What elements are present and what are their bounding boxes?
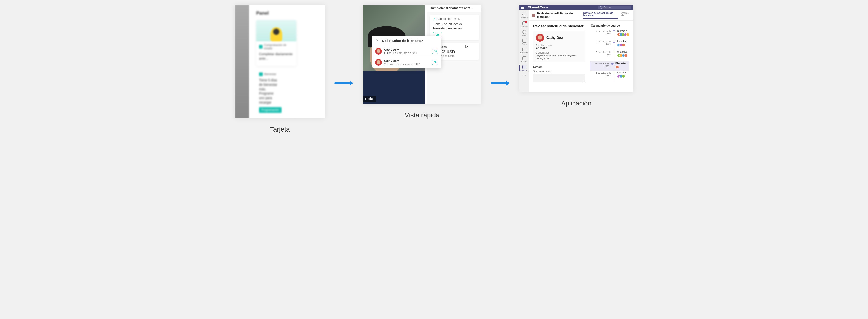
flow-arrow-icon	[334, 82, 353, 84]
rail-item-archivos[interactable]: Archivos	[519, 55, 529, 64]
photo-tag: nota	[363, 96, 376, 102]
search-input[interactable]: Buscar	[598, 6, 631, 9]
timeline-dot-icon	[613, 51, 615, 53]
request-card: Cathy Dew Solicitado para 4/10/2021 Come…	[533, 31, 585, 62]
view-icon-button[interactable]	[432, 49, 438, 54]
dashboard-title: Panel	[235, 5, 325, 16]
waffle-icon[interactable]	[521, 6, 525, 9]
avatar	[375, 48, 382, 55]
panel-vista-rapida: nota Completar diariamente ante... Solic…	[363, 5, 482, 104]
rail-label: Chat	[523, 34, 526, 36]
calendar-column: Calendario de equipo 1 de octubre de 202…	[591, 24, 629, 89]
field-value: Déjeme tomarme un día libre para recarga…	[536, 54, 583, 60]
section-label: Revisar	[533, 65, 585, 68]
tab-revision[interactable]: Revisión de solicitudes de bienestar	[583, 11, 618, 19]
rail-item-teams[interactable]: Teams	[519, 38, 529, 46]
timeline-event[interactable]: 1 de octubre de 2021 Nuevos p	[591, 30, 629, 40]
teams-icon	[523, 39, 526, 43]
timeline-dot-icon	[613, 40, 615, 43]
field-label: Sus comentarios	[533, 70, 585, 73]
card-body: Tiene 2 solicitudes de bienestar pendien…	[433, 22, 476, 30]
notification-badge	[525, 21, 527, 23]
rail-label: Calendario	[520, 52, 528, 54]
timeline-event[interactable]: 2 de octubre de 2021 Latín Am	[591, 40, 629, 51]
card-wellness[interactable]: Bienestar Tiene 5 días de bienestar más.…	[256, 69, 282, 116]
timeline-dot-icon	[613, 72, 615, 74]
event-date: 2 de octubre de 2021	[591, 40, 611, 45]
tab-acerca-de[interactable]: Acerca de	[621, 11, 630, 19]
app-title: Revisión de solicitudes de bienestar	[537, 12, 579, 19]
panel-aplicacion: Microsoft Teams Buscar Refecloud Activid…	[519, 5, 633, 92]
timeline-event[interactable]: 3 de octubre de 2021 Una nube	[591, 51, 629, 61]
files-icon	[523, 56, 526, 60]
avatar	[375, 59, 382, 66]
timeline-event[interactable]: 7 de octubre de 2021 Servidor	[591, 71, 629, 82]
rail-label: Actividad	[521, 26, 527, 27]
app-icon	[523, 65, 526, 69]
teams-app-rail: Refecloud Actividad Chat Teams Calendari…	[519, 10, 529, 92]
timeline-event-selected[interactable]: 4 de octubre de 2021 Bienestar	[590, 61, 629, 71]
rail-item-actividad[interactable]: Actividad	[519, 20, 529, 28]
app-logo-icon	[532, 13, 535, 17]
flow-arrow-icon	[491, 82, 510, 84]
request-row[interactable]: Cathy Dew Lunes, 4 de octubre de 2021	[372, 46, 441, 57]
person-name: Cathy Dew	[384, 59, 430, 63]
section-title: Calendario de equipo	[591, 24, 629, 27]
comments-textarea[interactable]	[533, 74, 585, 82]
quick-view-popup: ✕ Solicitudes de bienestar Cathy Dew Lun…	[372, 36, 441, 68]
envelope-icon	[433, 18, 437, 21]
person-name: Cathy Dew	[547, 36, 563, 39]
event-title: Una nube	[617, 51, 629, 53]
field-label: Comentarios	[536, 52, 583, 54]
timeline-dot-icon	[613, 30, 615, 32]
panel-tarjeta: Panel Comprobación de estado Completar d…	[235, 5, 325, 119]
event-title: Bienestar	[615, 62, 628, 65]
spa-icon	[259, 72, 263, 76]
eye-icon	[434, 61, 437, 63]
card-body: Tiene 5 días de bienestar más. Programe …	[259, 78, 279, 105]
card-tag: Comprobación de estado	[264, 43, 293, 50]
schedule-button[interactable]: Programación	[259, 107, 281, 113]
rail-item-refecloud[interactable]: Refecloud	[519, 11, 529, 20]
card-illustration	[256, 20, 297, 41]
review-column: Revisar solicitud de bienestar Cathy Dew…	[533, 24, 585, 89]
chat-icon	[523, 30, 526, 34]
card-body-cut: Completar diariamente ante...	[430, 6, 478, 10]
caption-aplicacion: Aplicación	[519, 99, 633, 107]
event-date: 4 de octubre de 2021	[590, 62, 609, 67]
refecloud-icon	[523, 12, 526, 17]
card-cut-top: Completar diariamente ante...	[427, 5, 482, 12]
rail-more-icon[interactable]: ⋯	[523, 74, 526, 77]
event-date: 7 de octubre de 2021	[591, 71, 611, 76]
card-status-check[interactable]: Comprobación de estado Completar diariam…	[256, 20, 297, 66]
caption-tarjeta: Tarjeta	[235, 126, 325, 133]
rail-label: Archivos	[521, 61, 527, 62]
teams-title-bar: Microsoft Teams Buscar	[519, 5, 633, 10]
heart-icon	[259, 45, 262, 49]
rail-item-chat[interactable]: Chat	[519, 29, 529, 37]
field-value: 4/10/2021	[536, 47, 583, 50]
card-body: Completar diariamente ante...	[259, 52, 293, 61]
search-icon	[600, 6, 602, 8]
team-timeline: 1 de octubre de 2021 Nuevos p 2 de octub…	[591, 30, 629, 82]
mouse-cursor-icon	[465, 44, 469, 49]
rail-item-solicitud[interactable]: Solicitud d...	[519, 64, 529, 72]
timeline-dot-icon	[611, 63, 614, 65]
view-icon-button[interactable]	[432, 60, 438, 65]
event-date: 3 de octubre de 2021	[591, 51, 611, 56]
request-date: Viernes, 15 de octubre de 2021	[384, 63, 430, 65]
request-row[interactable]: Cathy Dew Viernes, 15 de octubre de 2021	[372, 57, 441, 68]
rail-item-calendario[interactable]: Calendario	[519, 46, 529, 55]
popup-title: Solicitudes de bienestar	[382, 39, 423, 43]
calendar-icon	[523, 47, 526, 52]
close-icon[interactable]: ✕	[376, 38, 379, 43]
card-title: Solicitudes de bi...	[438, 17, 461, 21]
search-placeholder: Buscar	[603, 6, 611, 9]
callout-arrow-icon	[441, 50, 443, 54]
field-label: Solicitado para	[536, 44, 583, 47]
event-title: Nuevos p	[617, 30, 629, 32]
event-date: 1 de octubre de 2021	[591, 30, 611, 35]
card-title: Bienestar	[264, 72, 276, 76]
request-date: Lunes, 4 de octubre de 2021	[384, 52, 430, 54]
event-title: Latín Am	[617, 40, 629, 43]
